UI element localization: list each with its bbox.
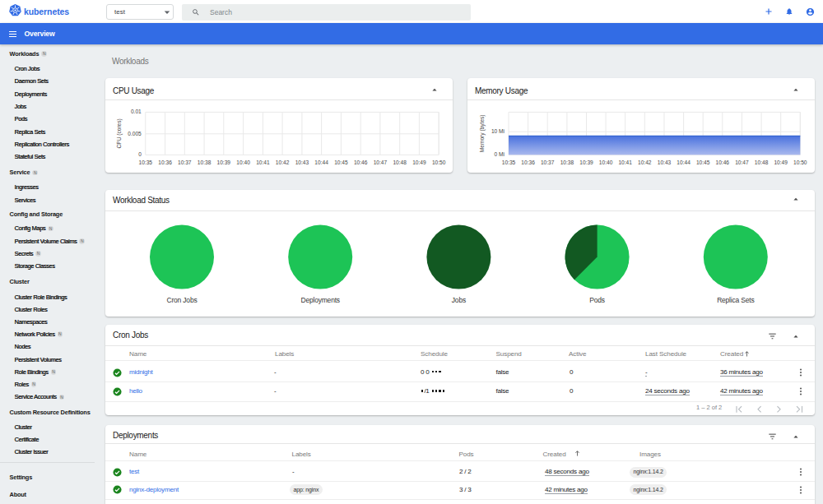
svg-text:10:48: 10:48 <box>393 160 407 165</box>
svg-text:10:47: 10:47 <box>374 160 388 165</box>
svg-text:10:41: 10:41 <box>256 160 270 165</box>
svg-text:0 Mi: 0 Mi <box>495 151 505 157</box>
svg-text:10:46: 10:46 <box>716 160 730 165</box>
svg-text:10:35: 10:35 <box>502 160 516 165</box>
svg-text:Memory (bytes): Memory (bytes) <box>479 114 486 152</box>
svg-text:10:45: 10:45 <box>696 160 710 165</box>
svg-text:0: 0 <box>138 151 142 157</box>
svg-text:10:37: 10:37 <box>541 160 555 165</box>
svg-text:10:43: 10:43 <box>295 160 309 165</box>
svg-text:10:42: 10:42 <box>638 160 652 165</box>
svg-text:10:41: 10:41 <box>618 160 632 165</box>
svg-text:10:40: 10:40 <box>236 160 250 165</box>
svg-text:10:46: 10:46 <box>354 160 368 165</box>
svg-text:10:44: 10:44 <box>314 160 328 165</box>
svg-text:CPU (cores): CPU (cores) <box>116 118 123 148</box>
svg-text:10:49: 10:49 <box>412 160 426 165</box>
svg-text:0.005: 0.005 <box>128 131 142 136</box>
svg-text:10:38: 10:38 <box>560 160 574 165</box>
svg-text:10:39: 10:39 <box>217 160 231 165</box>
svg-text:10:47: 10:47 <box>735 160 749 165</box>
svg-text:10:36: 10:36 <box>521 160 535 165</box>
svg-text:10 Mi: 10 Mi <box>491 128 505 134</box>
svg-text:10:50: 10:50 <box>432 160 446 165</box>
svg-text:10:37: 10:37 <box>178 160 192 165</box>
svg-text:10:50: 10:50 <box>793 160 807 165</box>
svg-text:10:40: 10:40 <box>599 160 613 165</box>
svg-text:10:44: 10:44 <box>677 160 690 165</box>
svg-text:10:39: 10:39 <box>579 160 593 165</box>
svg-text:10:35: 10:35 <box>139 160 153 165</box>
svg-text:10:45: 10:45 <box>334 160 348 165</box>
svg-text:10:36: 10:36 <box>158 160 172 165</box>
svg-text:10:38: 10:38 <box>198 160 212 165</box>
svg-text:10:43: 10:43 <box>658 160 672 165</box>
svg-text:10:49: 10:49 <box>774 160 788 165</box>
svg-text:10:42: 10:42 <box>276 160 290 165</box>
svg-text:0.01: 0.01 <box>131 109 142 114</box>
svg-text:10:48: 10:48 <box>755 160 769 165</box>
